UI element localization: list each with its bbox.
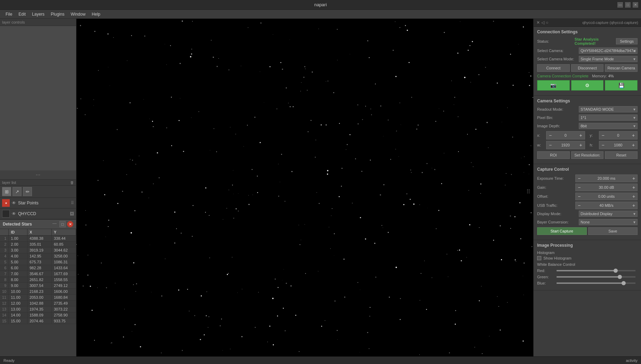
detected-stars-controls: — □ ✕ (52, 221, 73, 227)
reset-button[interactable]: Reset (605, 151, 638, 159)
bayer-select[interactable]: None RG (579, 219, 638, 225)
offset-label: Offset: (537, 194, 575, 198)
delete-layer-button[interactable]: 🗑 (70, 180, 74, 185)
layer-item-qhyccd[interactable]: 👁 QHYCCD 🖼 (0, 209, 76, 219)
gain-plus-btn[interactable]: + (630, 184, 637, 191)
table-row[interactable]: 14 14.00 1588.09 2758.90 (0, 312, 76, 318)
offset-plus-btn[interactable]: + (630, 193, 637, 200)
green-btn-1[interactable]: 📷 (537, 80, 570, 91)
connect-button[interactable]: Connect (537, 64, 570, 72)
pixel-select[interactable]: 1*1 2*2 (579, 115, 638, 121)
usb-value: 40 MB/s (583, 203, 630, 208)
blue-slider-track[interactable] (557, 282, 635, 284)
close-button[interactable]: ✕ (633, 2, 638, 8)
green-slider-thumb[interactable] (618, 275, 622, 279)
menu-help[interactable]: Help (89, 11, 103, 17)
star-table[interactable]: ID X Y 1 1.00 4388.38 338.44 2 2.00 335.… (0, 229, 76, 364)
table-row[interactable]: 10 10.00 2168.23 1606.00 (0, 289, 76, 295)
roi-button[interactable]: ROI (537, 151, 570, 159)
layer-eye-qhyccd[interactable]: 👁 (12, 211, 16, 216)
mode-select[interactable]: Single Frame Mode Continuous Mode (579, 56, 638, 62)
col-x: X (27, 229, 52, 236)
settings-button[interactable]: Settings (616, 38, 638, 44)
table-row[interactable]: 3 3.00 3919.19 3044.62 (0, 247, 76, 253)
status-text: Ready (3, 358, 15, 363)
cell-x: 1974.35 (27, 306, 52, 312)
exposure-plus-btn[interactable]: + (630, 175, 637, 182)
minimize-button[interactable]: — (617, 2, 623, 8)
minimize-stars-button[interactable]: □ (59, 221, 66, 227)
table-row[interactable]: 9 9.00 3007.54 2749.12 (0, 283, 76, 289)
star-canvas (76, 19, 533, 364)
blue-slider-thumb[interactable] (622, 281, 626, 285)
maximize-button[interactable]: □ (625, 2, 631, 8)
w-value: 1920 (554, 143, 577, 147)
exposure-minus-btn[interactable]: − (576, 175, 583, 182)
start-capture-button[interactable]: Start Capture (537, 227, 587, 235)
y-plus-btn[interactable]: + (630, 132, 637, 139)
layer-move-star-points: ⠿ (71, 201, 74, 205)
menu-edit[interactable]: Edit (16, 11, 28, 17)
table-row[interactable]: 11 11.00 2053.00 1680.84 (0, 295, 76, 300)
table-row[interactable]: 13 13.00 1974.35 3073.22 (0, 306, 76, 312)
w-plus-btn[interactable]: + (577, 141, 585, 149)
display-mode-select[interactable]: Distributed Display Normal Display (579, 211, 638, 217)
cell-y: 1086.31 (51, 259, 76, 265)
row-num: 4 (0, 253, 9, 259)
qhyccd-icon-2: ◁ (541, 20, 544, 25)
layer-item-star-points[interactable]: ★ 👁 Star Points ⠿ (0, 198, 76, 209)
col-y: Y (51, 229, 76, 236)
settings-gear-icon: ⚙ (585, 83, 590, 88)
red-slider-track[interactable] (557, 270, 635, 271)
depth-select[interactable]: 8bit 16bit (579, 123, 638, 129)
layer-list-label: layer list (2, 180, 16, 185)
table-row[interactable]: 12 12.00 1042.88 2735.49 (0, 300, 76, 306)
table-row[interactable]: 4 4.00 142.95 3258.00 (0, 253, 76, 259)
layer-icon-star-points: ★ (2, 199, 10, 207)
tool-move[interactable]: ↗ (13, 187, 22, 196)
table-row[interactable]: 15 15.00 2074.46 933.75 (0, 318, 76, 324)
set-resolution-button[interactable]: Set Resolution: (571, 151, 604, 159)
row-num: 6 (0, 265, 9, 271)
green-slider-track[interactable] (557, 276, 635, 278)
gain-minus-btn[interactable]: − (576, 184, 583, 191)
disconnect-button[interactable]: Disconnect (571, 64, 604, 72)
table-row[interactable]: 8 8.00 2651.82 1558.55 (0, 277, 76, 283)
table-row[interactable]: 5 5.00 675.73 1086.31 (0, 259, 76, 265)
table-row[interactable]: 2 2.00 335.01 60.85 (0, 242, 76, 247)
usb-plus-btn[interactable]: + (630, 202, 637, 209)
cell-x: 4388.38 (27, 236, 52, 242)
image-processing-title: Image Processing (537, 243, 638, 248)
table-row[interactable]: 1 1.00 4388.38 338.44 (0, 236, 76, 242)
red-slider-thumb[interactable] (614, 269, 618, 273)
layer-eye-star-points[interactable]: 👁 (12, 201, 16, 205)
h-plus-btn[interactable]: + (630, 141, 637, 149)
w-minus-btn[interactable]: − (547, 141, 554, 149)
x-plus-btn[interactable]: + (577, 132, 585, 139)
menu-layers[interactable]: Layers (29, 11, 47, 17)
green-btn-2[interactable]: ⚙ (571, 80, 604, 91)
menu-window[interactable]: Window (68, 11, 88, 17)
y-minus-btn[interactable]: − (599, 132, 607, 139)
close-stars-button[interactable]: ✕ (67, 221, 73, 227)
x-minus-btn[interactable]: − (547, 132, 554, 139)
green-btn-3[interactable]: 💾 (605, 80, 638, 91)
tool-paint[interactable]: ✏ (23, 187, 32, 196)
camera-select[interactable]: QHY5III462C-d2478f4dba7947at (579, 48, 638, 54)
readout-select[interactable]: STANDARD MODE (579, 106, 638, 112)
rescan-button[interactable]: Rescan Camera (605, 64, 638, 72)
offset-minus-btn[interactable]: − (576, 193, 583, 200)
usb-traffic-control: − 40 MB/s + (575, 202, 638, 209)
h-minus-btn[interactable]: − (599, 141, 607, 149)
h-control: − 1080 + (599, 141, 638, 149)
table-row[interactable]: 7 7.00 3546.67 1677.69 (0, 271, 76, 277)
menu-plugins[interactable]: Plugins (48, 11, 67, 17)
show-histogram-checkbox[interactable] (537, 256, 541, 260)
row-num: 15 (0, 318, 9, 324)
table-row[interactable]: 6 6.00 982.28 1433.64 (0, 265, 76, 271)
row-num: 10 (0, 289, 9, 295)
menu-file[interactable]: File (3, 11, 15, 17)
usb-minus-btn[interactable]: − (576, 202, 583, 209)
save-button[interactable]: Save (588, 227, 638, 235)
tool-select[interactable]: ⊞ (2, 187, 11, 196)
